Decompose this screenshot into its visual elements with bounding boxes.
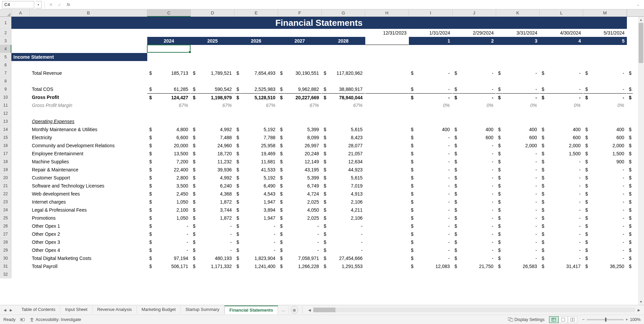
cell[interactable]: $11,681 <box>234 158 278 166</box>
cell[interactable] <box>365 190 409 198</box>
cell[interactable]: $1,198,979 <box>191 93 234 101</box>
cell[interactable]: $1,171,332 <box>191 262 234 270</box>
cell[interactable] <box>278 61 322 69</box>
cell[interactable]: $3,500 <box>147 182 191 190</box>
income-statement-header[interactable]: Income Statement <box>11 53 147 61</box>
year-hdr-2024[interactable]: 2024 <box>147 37 191 45</box>
cell[interactable]: $- <box>496 150 540 158</box>
cell[interactable] <box>365 262 409 270</box>
cell[interactable] <box>147 109 191 117</box>
cell[interactable]: $5,192 <box>234 125 278 133</box>
cell[interactable]: $2,106 <box>322 214 365 222</box>
label-oo2[interactable]: Other Opex 2 <box>30 230 147 238</box>
cell[interactable] <box>365 230 409 238</box>
cell[interactable]: $25,958 <box>234 142 278 150</box>
date-period-4[interactable]: 4/30/2024 <box>540 29 583 37</box>
cell[interactable] <box>409 53 452 61</box>
cell[interactable] <box>234 270 278 278</box>
cell[interactable]: $6,749 <box>278 182 322 190</box>
cell[interactable]: 67% <box>147 101 191 109</box>
cell[interactable]: $- <box>452 254 496 262</box>
cell[interactable]: $1,947 <box>234 214 278 222</box>
cell[interactable]: $- <box>583 222 627 230</box>
cell[interactable] <box>322 61 365 69</box>
cell[interactable] <box>409 117 452 125</box>
cell[interactable]: $- <box>278 222 322 230</box>
label-total_cos[interactable]: Total COS <box>30 85 147 93</box>
cell[interactable]: $- <box>234 238 278 246</box>
cell[interactable]: $600 <box>452 133 496 142</box>
cell[interactable]: 67% <box>278 101 322 109</box>
row-header-18[interactable]: 18 <box>0 158 11 166</box>
accessibility-status[interactable]: Accessibility: Investigate <box>30 317 81 322</box>
cell[interactable]: $- <box>583 246 627 254</box>
row-header-8[interactable]: 8 <box>0 77 11 85</box>
cell[interactable] <box>409 45 452 53</box>
cell[interactable]: $26,583 <box>496 262 540 270</box>
cell[interactable] <box>11 270 30 278</box>
date-h[interactable]: 12/31/2023 <box>365 29 409 37</box>
cell[interactable]: $2,525,983 <box>234 85 278 93</box>
add-sheet-button[interactable]: ⊕ <box>291 306 298 314</box>
cell[interactable]: $4,992 <box>191 174 234 182</box>
label-ee[interactable]: Employee Entertainment <box>30 150 147 158</box>
zoom-control[interactable]: − + 100% <box>582 317 641 322</box>
cell[interactable]: $- <box>540 93 583 101</box>
cell[interactable]: $- <box>409 214 452 222</box>
cell[interactable] <box>278 117 322 125</box>
cell[interactable]: $- <box>583 230 627 238</box>
cell[interactable] <box>365 182 409 190</box>
cell[interactable] <box>365 85 409 93</box>
cell[interactable]: $20,248 <box>278 150 322 158</box>
cell[interactable]: $3,894 <box>234 206 278 214</box>
cell[interactable] <box>452 53 496 61</box>
cell[interactable] <box>11 206 30 214</box>
cell[interactable] <box>365 166 409 174</box>
cell[interactable] <box>365 133 409 142</box>
cell[interactable]: $- <box>540 158 583 166</box>
cell[interactable]: $5,192 <box>234 174 278 182</box>
label-oo1[interactable]: Other Opex 1 <box>30 222 147 230</box>
cell[interactable] <box>11 77 30 85</box>
row-header-27[interactable]: 27 <box>0 230 11 238</box>
cell[interactable]: $- <box>583 85 627 93</box>
row-header-3[interactable]: 3 <box>0 37 11 45</box>
cell[interactable] <box>365 198 409 206</box>
cell[interactable]: $2,025 <box>278 198 322 206</box>
cell[interactable] <box>147 53 191 61</box>
cell[interactable]: $2,000 <box>496 142 540 150</box>
cell[interactable]: $6,490 <box>234 182 278 190</box>
cell[interactable]: $78,940,044 <box>322 93 365 101</box>
cell[interactable]: $- <box>191 246 234 254</box>
opex-header[interactable]: Operating Expenses <box>30 117 147 125</box>
cell[interactable]: $400 <box>409 125 452 133</box>
cancel-formula-icon[interactable]: ✕ <box>47 1 55 8</box>
cell[interactable]: $- <box>409 158 452 166</box>
year-hdr-2028[interactable]: 2028 <box>322 37 365 45</box>
cell[interactable] <box>11 85 30 93</box>
cell[interactable]: $- <box>496 238 540 246</box>
cell[interactable] <box>365 125 409 133</box>
date-period-2[interactable]: 2/29/2024 <box>452 29 496 37</box>
cell[interactable]: $- <box>540 174 583 182</box>
cell[interactable] <box>496 77 540 85</box>
cell[interactable]: $7,488 <box>191 133 234 142</box>
cell[interactable]: $- <box>452 93 496 101</box>
formula-bar-expand-icon[interactable]: ⌄ <box>634 3 642 6</box>
horizontal-scrollbar[interactable]: ◀ ▶ <box>307 308 642 312</box>
cell[interactable] <box>322 77 365 85</box>
cell[interactable]: $- <box>452 85 496 93</box>
cell[interactable]: $5,615 <box>322 174 365 182</box>
label-elec[interactable]: Electricity <box>30 133 147 142</box>
row-header-24[interactable]: 24 <box>0 206 11 214</box>
cell[interactable] <box>452 45 496 53</box>
cell[interactable] <box>365 246 409 254</box>
cell[interactable] <box>365 174 409 182</box>
cell[interactable] <box>147 61 191 69</box>
column-header-K[interactable]: K <box>496 9 540 16</box>
cell[interactable]: $22,400 <box>147 166 191 174</box>
cell[interactable]: $2,100 <box>147 206 191 214</box>
cell[interactable]: $- <box>191 222 234 230</box>
cell[interactable]: $- <box>540 222 583 230</box>
cell[interactable] <box>191 77 234 85</box>
